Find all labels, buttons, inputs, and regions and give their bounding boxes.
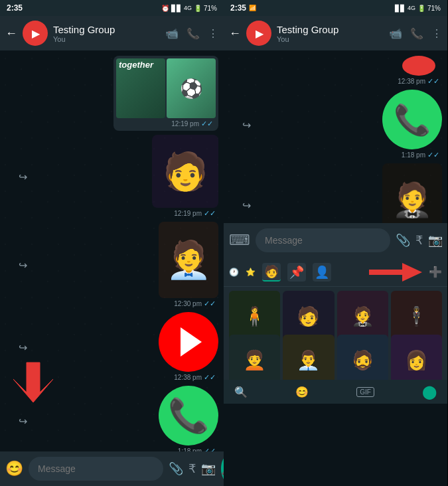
left-sticker-youtube: 12:38 pm ✓✓ [159,312,218,382]
left-youtube-triangle [181,327,202,357]
left-header-icons: 📹 📞 ⋮ [165,27,218,40]
left-youtube-circle [159,312,218,372]
right-tab-star[interactable]: ⭐ [246,268,256,277]
left-tony-figure: 🧑‍💼 [159,222,218,298]
right-check-2: ✓✓ [427,151,439,159]
right-camera-icon[interactable]: 📷 [428,233,443,248]
right-timestamp-2: 1:18 pm ✓✓ [399,149,442,159]
right-phone-icon[interactable]: 📞 [410,27,423,40]
right-back-button[interactable]: ← [229,27,241,40]
right-fwd-icon-1: ↪ [242,118,251,131]
right-tab-sticker3-img: 👤 [315,265,329,280]
left-check-1: ✓✓ [201,120,213,128]
svg-marker-0 [369,263,422,282]
left-check-3: ✓✓ [204,299,216,308]
left-header-subtitle: You [53,35,160,43]
right-status-icons: ▊▊ 4G 🔋 71% [395,5,441,12]
left-phone-icon[interactable]: 📞 [187,27,200,40]
right-avatar-play-icon: ▶ [256,27,263,40]
right-chat-header: ← ▶ Testing Group You 📹 📞 ⋮ [224,16,447,50]
right-tab-sticker3[interactable]: 👤 [313,263,331,282]
right-chat-body: 12:38 pm ✓✓ ↪ 📞 1:18 pm ✓✓ ↪ 🤵 [224,50,447,223]
right-tab-add[interactable]: ➕ [429,266,442,278]
left-input-icons: 📎 ₹ 📷 [169,461,216,476]
right-attach-icon[interactable]: 📎 [396,233,410,248]
left-check-5: ✓✓ [204,447,216,451]
sticker-item-7[interactable]: 🧔 [337,335,388,380]
right-sticker-picker: 🕐 ⭐ 🧑 📌 👤 ➕ 🧍 [224,258,447,404]
left-avatar[interactable]: ▶ [23,21,48,46]
left-wa-phone-icon: 📞 [168,396,209,435]
right-msg-red-partial: 12:38 pm ✓✓ [229,56,442,86]
right-tab-sticker1[interactable]: 🧑 [262,263,281,282]
right-header-subtitle: You [277,35,384,43]
right-battery-percent: 71% [427,5,441,12]
sticker-7-img: 🧔 [351,349,374,371]
left-timestamp-5: 1:18 pm ✓✓ [175,446,218,451]
left-more-icon[interactable]: ⋮ [208,27,218,40]
left-camera-icon[interactable]: 📷 [201,461,216,476]
left-chat-body: together ⚽ 12:19 pm ✓✓ ↪ 🧑 12:19 pm ✓✓ [0,50,224,451]
right-wifi-4g: 4G [408,5,415,11]
left-person-figure: 🧑 [152,135,218,208]
right-message-input[interactable] [256,228,390,252]
left-rupee-icon[interactable]: ₹ [188,461,196,476]
sticker-item-6[interactable]: 👨‍💼 [283,335,334,380]
right-status-left: 2:35 📶 [230,3,256,13]
left-timestamp-2: 12:19 pm ✓✓ [171,208,218,218]
left-emoji-button[interactable]: 😊 [5,460,23,477]
signal-icon: ▊▊ [171,5,182,12]
left-fwd-icon-1: ↪ [19,170,27,183]
left-check-4: ✓✓ [204,373,216,382]
right-more-icon[interactable]: ⋮ [431,27,442,40]
right-picker-search-icon[interactable]: 🔍 [234,386,248,398]
right-picker-emoji-icon[interactable]: 😊 [295,386,309,398]
left-attach-icon[interactable]: 📎 [169,461,183,476]
left-fwd-icon-3: ↪ [19,341,27,353]
right-avatar[interactable]: ▶ [246,21,271,46]
left-sticker-tony: 🧑‍💼 12:30 pm ✓✓ [159,222,218,308]
left-gif-together: together [116,58,165,118]
left-back-button[interactable]: ← [5,27,17,40]
right-picker-circle-icon[interactable]: ⬤ [422,384,437,400]
left-group-name: Testing Group [53,24,160,35]
right-tab-clock[interactable]: 🕐 [229,268,239,277]
right-msg-whatsapp: ↪ 📞 1:18 pm ✓✓ [229,90,442,159]
sticker-1-img: 🧍 [243,305,266,327]
right-sticker-mrbean: 🤵 2:35 pm ✓✓ [382,163,442,223]
avatar-play-icon: ▶ [32,27,40,40]
right-timestamp-1: 12:38 pm ✓✓ [395,76,442,86]
left-message-input[interactable] [29,457,163,481]
left-check-2: ✓✓ [204,209,216,218]
sticker-item-5[interactable]: 🧑‍🦱 [229,335,280,380]
right-red-partial-circle [402,56,435,76]
right-video-icon[interactable]: 📹 [389,27,402,40]
battery-percent: 71% [204,5,217,12]
left-video-icon[interactable]: 📹 [165,27,179,40]
left-fwd-icon-2: ↪ [19,259,27,272]
right-battery-icon: 🔋 [417,5,425,12]
left-msg-bubble-gif: together ⚽ 12:19 pm ✓✓ [113,56,218,131]
left-input-bar: 😊 📎 ₹ 📷 🎤 [0,451,224,486]
sticker-6-img: 👨‍💼 [297,349,320,371]
right-tab-sticker2[interactable]: 📌 [287,263,306,282]
right-keyboard-button[interactable]: ⌨ [229,232,250,249]
left-fwd-icon-4: ↪ [19,414,27,427]
right-tab-sticker2-img: 📌 [289,265,304,280]
left-sticker-person: 🧑 12:19 pm ✓✓ [152,135,218,218]
right-status-bar: 2:35 📶 ▊▊ 4G 🔋 71% [224,0,447,16]
sticker-5-img: 🧑‍🦱 [243,349,266,371]
alarm-icon: ⏰ [161,5,169,12]
left-status-icons: ⏰ ▊▊ 4G 🔋 71% [161,5,217,12]
right-rupee-icon[interactable]: ₹ [415,233,423,248]
right-msg-mrbean: ↪ 🤵 2:35 pm ✓✓ [229,163,442,223]
right-gif-button[interactable]: GIF [356,387,374,397]
wifi-icon: 4G [184,5,192,11]
left-red-arrow [13,356,53,412]
left-phone-panel: 2:35 ⏰ ▊▊ 4G 🔋 71% ← ▶ Testing Group You… [0,0,224,486]
sticker-item-8[interactable]: 👩 [391,335,442,380]
right-sticker-whatsapp: 📞 1:18 pm ✓✓ [382,90,442,159]
left-gif-soccer: ⚽ [167,58,216,118]
right-mrbean-figure: 🤵 [382,163,442,223]
left-msg-gif-double: together ⚽ 12:19 pm ✓✓ [5,56,218,131]
